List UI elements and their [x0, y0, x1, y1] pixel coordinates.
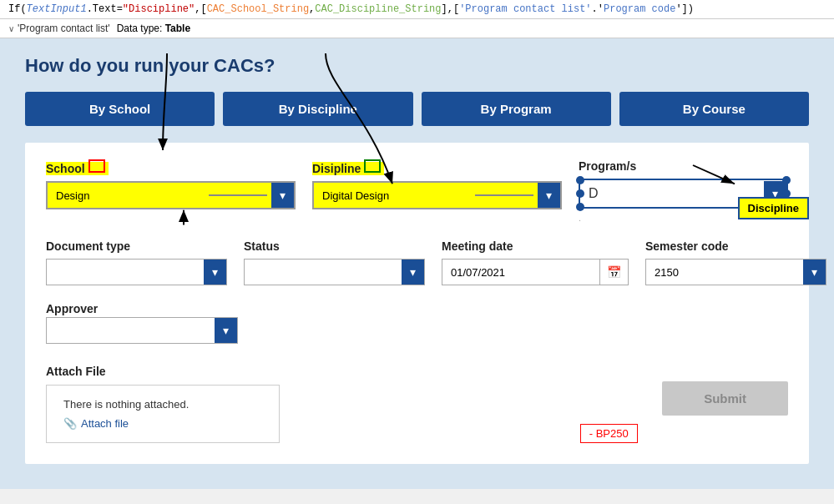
semester-code-input[interactable] — [646, 260, 803, 285]
status-dropdown-button[interactable]: ▾ — [402, 260, 424, 285]
school-label-text: School — [46, 162, 109, 175]
calendar-button[interactable]: 📅 — [599, 260, 628, 285]
handle-ml — [576, 189, 584, 198]
disipline-field-group: Disipline ▾ — [312, 159, 562, 209]
document-type-label: Document type — [46, 239, 227, 253]
disipline-label-text: Disipline — [312, 162, 384, 175]
approver-input[interactable] — [47, 319, 215, 343]
page-title: How do you run your CACs? — [25, 55, 809, 77]
status-field-group: Status ▾ — [244, 239, 425, 285]
buttons-row: By School By Discipline By Program By Co… — [25, 92, 809, 126]
disipline-input[interactable] — [314, 184, 471, 208]
status-dropdown[interactable]: ▾ — [244, 259, 425, 285]
document-type-dropdown-button[interactable]: ▾ — [204, 260, 226, 285]
main-container: How do you run your CACs? By School By D… — [0, 38, 834, 489]
formula-bar: If(TextInput1.Text="Discipline",[CAC_Sch… — [0, 0, 834, 19]
document-type-field-group: Document type ▾ — [46, 239, 227, 285]
form-area: School ▾ Disipline — [25, 143, 809, 464]
attach-nothing-text: There is nothing attached. — [63, 398, 262, 411]
tag-item-program-list: ∨ 'Program contact list' — [8, 23, 110, 34]
paperclip-icon: 📎 — [63, 417, 77, 430]
tag-label: 'Program contact list' — [18, 23, 110, 34]
meeting-date-input-wrapper[interactable]: 📅 — [442, 259, 629, 285]
tag-chevron-icon: ∨ — [8, 24, 14, 33]
approver-label: Approver — [46, 302, 788, 315]
programs-input[interactable] — [580, 180, 764, 207]
status-label: Status — [244, 239, 425, 253]
bottom-row: Attach File There is nothing attached. 📎… — [46, 365, 788, 443]
semester-code-dropdown[interactable]: ▾ — [645, 259, 826, 285]
attach-label: Attach File — [46, 365, 405, 378]
formula-text: If(TextInput1.Text="Discipline",[CAC_Sch… — [8, 3, 694, 15]
attach-section: Attach File There is nothing attached. 📎… — [46, 365, 405, 443]
approver-dropdown[interactable]: ▾ — [46, 317, 238, 344]
fields-row-2: Document type ▾ Status ▾ Meeting date — [46, 239, 788, 285]
semester-code-dropdown-button[interactable]: ▾ — [803, 260, 826, 285]
fields-row-1: School ▾ Disipline — [46, 159, 788, 223]
tag-bar: ∨ 'Program contact list' Data type: Tabl… — [0, 19, 834, 38]
document-type-dropdown[interactable]: ▾ — [46, 259, 227, 285]
school-field-group: School ▾ — [46, 159, 296, 209]
semester-code-field-group: Semester code ▾ — [645, 239, 826, 285]
handle-bl — [576, 203, 584, 211]
attach-box: There is nothing attached. 📎 Attach file — [46, 385, 280, 443]
disipline-dropdown-button[interactable]: ▾ — [538, 183, 560, 208]
school-dropdown-button[interactable]: ▾ — [271, 183, 294, 208]
by-discipline-button[interactable]: By Discipline — [223, 92, 412, 126]
disipline-dropdown[interactable]: ▾ — [312, 181, 562, 209]
school-input[interactable] — [48, 184, 205, 208]
submit-section: Submit - BP250 — [430, 365, 789, 443]
school-dropdown[interactable]: ▾ — [46, 181, 296, 209]
tag-separator: Data type: Table — [117, 23, 191, 34]
handle-tr — [782, 176, 791, 184]
approver-dropdown-button[interactable]: ▾ — [215, 318, 237, 343]
programs-label: Program/s — [579, 159, 788, 173]
status-input[interactable] — [245, 260, 402, 285]
meeting-date-label: Meeting date — [442, 239, 629, 253]
disipline-label: Disipline — [312, 159, 562, 175]
attach-file-link[interactable]: 📎 Attach file — [63, 417, 262, 430]
handle-tl — [576, 176, 584, 184]
by-program-button[interactable]: By Program — [422, 92, 611, 126]
by-course-button[interactable]: By Course — [619, 92, 809, 126]
document-type-input[interactable] — [47, 260, 204, 285]
school-label: School — [46, 159, 296, 175]
school-red-box — [88, 159, 105, 173]
submit-button[interactable]: Submit — [662, 381, 788, 416]
discipline-badge: Discipline — [738, 197, 809, 219]
by-school-button[interactable]: By School — [25, 92, 215, 126]
approver-field: ▾ — [46, 317, 238, 344]
bp-code: - BP250 — [580, 424, 638, 443]
meeting-date-input[interactable] — [442, 260, 599, 285]
semester-code-label: Semester code — [645, 239, 826, 253]
approver-row: Approver ▾ — [46, 302, 788, 344]
disipline-green-box — [364, 159, 381, 173]
meeting-date-field-group: Meeting date 📅 — [442, 239, 629, 285]
